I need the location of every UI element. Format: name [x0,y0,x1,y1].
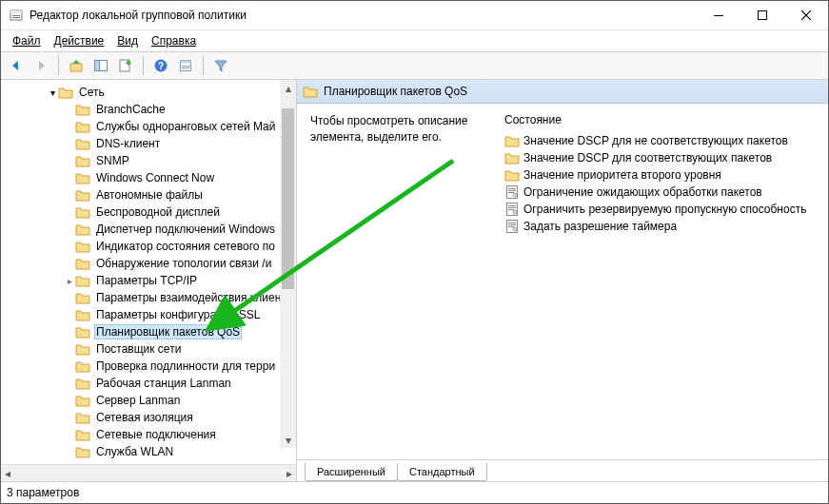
maximize-button[interactable] [740,1,784,29]
svg-rect-22 [508,205,516,206]
tree-label: Диспетчер подключений Windows [94,223,277,236]
svg-rect-28 [508,224,516,225]
filter-button[interactable] [209,54,232,77]
tree-item[interactable]: Обнаружение топологии связи /и [1,255,296,272]
setting-icon [504,202,520,217]
tree-item[interactable]: Индикатор состояния сетевого по [1,238,296,255]
list-item[interactable]: Ограничить резервируемую пропускную спос… [504,201,815,218]
tree-item[interactable]: Параметры взаимодействия клиен [1,289,296,306]
svg-rect-4 [714,15,723,16]
folder-icon [75,204,90,220]
svg-point-25 [513,210,517,214]
titlebar: Редактор локальной групповой политики [1,1,828,29]
folder-icon [75,239,90,254]
status-text: 3 параметров [7,486,79,499]
tree-pane: ▾СетьBranchCacheСлужбы одноранговых сете… [1,80,297,481]
svg-rect-3 [12,17,20,18]
tree-item[interactable]: Планировщик пакетов QoS [1,323,296,340]
svg-rect-15 [182,68,189,68]
tree-label: Планировщик пакетов QoS [94,324,242,339]
show-hide-tree-button[interactable] [89,54,112,77]
scroll-down-arrow[interactable]: ▾ [280,432,296,448]
setting-icon [504,184,520,200]
tree-item[interactable]: Служба WLAN [1,443,296,460]
svg-rect-6 [70,64,82,71]
svg-rect-18 [508,190,516,191]
tree-item[interactable]: Сетевые подключения [1,426,296,443]
tree-item[interactable]: Проверка подлинности для терри [1,358,296,375]
tree-label: Сеть [77,86,107,99]
tree-label: DNS-клиент [94,137,162,150]
tree-item[interactable]: Автономные файлы [1,186,296,204]
tree-item[interactable]: Сервер Lanman [1,392,296,409]
tree-item[interactable]: DNS-клиент [1,135,296,152]
list-item-label: Значение DSCP для не соответствующих пак… [523,134,788,147]
toolbar: ? [1,51,828,80]
tree[interactable]: ▾СетьBranchCacheСлужбы одноранговых сете… [1,80,296,464]
up-button[interactable] [65,54,88,77]
tree-item[interactable]: Службы одноранговых сетей Май [1,118,296,135]
properties-button[interactable] [174,54,197,77]
collapse-icon[interactable]: ▾ [47,87,58,98]
description-panel: Чтобы просмотреть описание элемента, выд… [310,113,482,450]
list-item-label: Задать разрешение таймера [523,220,677,233]
help-button[interactable]: ? [149,54,172,77]
menu-file[interactable]: Файл [7,32,47,49]
minimize-button[interactable] [697,1,740,29]
folder-icon [75,444,90,459]
svg-rect-23 [508,207,516,208]
tree-item[interactable]: Сетевая изоляция [1,409,296,426]
back-button[interactable] [5,54,28,77]
svg-rect-19 [508,192,514,193]
tree-item[interactable]: Беспроводной дисплей [1,204,296,221]
menu-action[interactable]: Действие [49,32,110,49]
tabs: Расширенный Стандартный [297,459,828,481]
tree-item[interactable]: Диспетчер подключений Windows [1,221,296,238]
list-item[interactable]: Ограничение ожидающих обработки пакетов [504,184,815,201]
tree-item[interactable]: Поставщик сети [1,340,296,358]
tree-label: Автономные файлы [94,188,205,202]
folder-icon [75,427,90,442]
content-pane: Планировщик пакетов QoS Чтобы просмотрет… [297,80,828,481]
tree-item[interactable]: Параметры конфигурации SSL [1,306,296,323]
menu-view[interactable]: Вид [111,32,144,49]
tree-label: Рабочая станция Lanman [94,377,233,390]
tree-item[interactable]: Рабочая станция Lanman [1,375,296,392]
scrollbar-thumb[interactable] [282,108,294,289]
close-button[interactable] [784,1,828,29]
tree-label: SNMP [94,154,131,167]
tab-extended[interactable]: Расширенный [305,463,398,481]
folder-icon [75,222,90,237]
tree-item[interactable]: Windows Connect Now [1,169,296,186]
content-title: Планировщик пакетов QoS [324,85,467,98]
folder-icon [504,167,520,183]
forward-button[interactable] [30,54,52,77]
svg-rect-2 [12,15,20,16]
folder-icon [58,85,73,100]
menu-help[interactable]: Справка [146,32,202,49]
export-list-button[interactable] [114,54,137,77]
tree-label: Беспроводной дисплей [94,205,222,219]
folder-icon [75,187,90,203]
scroll-up-arrow[interactable]: ▴ [280,80,296,96]
vertical-scrollbar[interactable]: ▴ ▾ [280,80,296,448]
expand-icon[interactable]: ▸ [64,276,75,286]
tree-label: Индикатор состояния сетевого по [94,240,277,253]
horizontal-scrollbar[interactable]: ◂▸ [1,464,296,481]
svg-rect-14 [182,66,189,67]
folder-icon [75,307,90,322]
folder-icon [75,410,90,425]
tree-item[interactable]: SNMP [1,152,296,169]
tab-standard[interactable]: Стандартный [397,463,487,481]
svg-rect-5 [759,11,767,20]
folder-icon [75,341,90,357]
list-item[interactable]: Значение приоритета второго уровня [504,166,815,184]
list-item[interactable]: Значение DSCP для не соответствующих пак… [504,132,815,149]
tree-item[interactable]: ▸Параметры TCP/IP [1,272,296,289]
list-item[interactable]: Задать разрешение таймера [504,218,815,235]
tree-item-root[interactable]: ▾Сеть [1,84,296,101]
tree-label: Служба WLAN [94,445,175,458]
list-item[interactable]: Значение DSCP для соответствующих пакето… [504,149,815,166]
tree-item[interactable]: BranchCache [1,101,296,118]
tree-label: Параметры TCP/IP [94,274,199,287]
